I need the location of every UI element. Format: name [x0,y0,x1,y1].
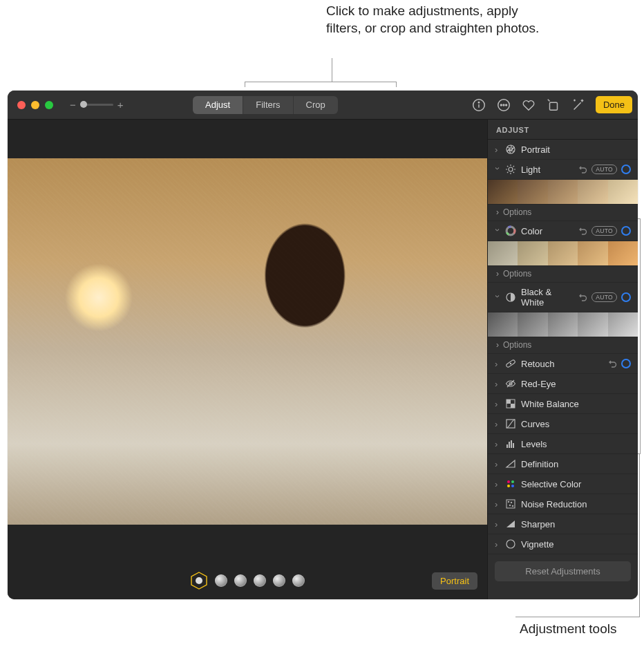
svg-point-43 [511,502,512,503]
adjustment-noise-reduction[interactable]: › Noise Reduction [488,494,638,514]
favorite-heart-icon[interactable] [521,97,536,113]
light-thumb[interactable] [518,180,547,204]
svg-rect-36 [513,443,514,448]
options-label: Options [503,207,531,217]
adjustment-color[interactable]: › Color AUTO [488,221,638,241]
adjustment-sharpen[interactable]: › Sharpen [488,514,638,534]
adjustment-dial-icon[interactable] [621,359,631,368]
photo-preview[interactable] [8,158,487,525]
auto-button[interactable]: AUTO [591,165,617,174]
bw-thumb[interactable] [488,312,518,337]
chevron-right-icon: › [495,419,500,429]
chevron-right-icon: › [496,269,499,279]
bw-options[interactable]: › Options [488,337,638,354]
window-controls [17,101,53,109]
zoom-in-icon[interactable]: + [117,99,124,111]
callout-line [639,453,640,617]
color-thumb[interactable] [548,241,578,265]
info-icon[interactable] [471,97,486,113]
undo-icon[interactable] [579,293,587,301]
lighting-stage-mono-icon[interactable] [273,574,285,587]
adjustment-label: Red-Eye [521,379,631,389]
adjustment-portrait[interactable]: › Portrait [488,140,638,160]
undo-icon[interactable] [609,359,617,368]
color-thumb[interactable] [488,241,518,265]
lighting-stage-icon[interactable] [254,574,266,587]
adjustment-bw[interactable]: › Black & White AUTO [488,283,638,312]
undo-icon[interactable] [579,227,587,235]
adjustment-white-balance[interactable]: › White Balance [488,394,638,414]
lighting-contour-icon[interactable] [234,574,247,587]
options-label: Options [503,340,531,350]
adjustment-dial-icon[interactable] [621,165,631,174]
chevron-right-icon: › [495,359,500,369]
adjustment-curves[interactable]: › Curves [488,414,638,434]
toolbar: − + Adjust Filters Crop Do [8,91,638,120]
light-thumbnail-strip[interactable] [488,180,638,205]
bw-thumbnail-strip[interactable] [488,312,638,337]
color-thumb[interactable] [578,241,607,265]
light-options[interactable]: › Options [488,205,638,221]
adjustment-dial-icon[interactable] [621,292,631,302]
half-circle-icon [505,292,516,303]
close-window-button[interactable] [17,101,26,109]
adjustment-label: Retouch [521,359,604,369]
lighting-natural-icon[interactable] [190,572,208,590]
zoom-out-icon[interactable]: − [70,99,76,111]
light-thumb[interactable] [488,180,518,204]
portrait-mode-button[interactable]: Portrait [432,572,477,590]
auto-button[interactable]: AUTO [591,226,617,236]
adjustment-levels[interactable]: › Levels [488,434,638,454]
auto-enhance-wand-icon[interactable] [571,97,586,113]
auto-button[interactable]: AUTO [591,292,617,302]
svg-point-46 [506,540,515,548]
svg-rect-31 [511,404,515,408]
adjustment-dial-icon[interactable] [621,226,631,236]
zoom-slider[interactable] [80,104,113,106]
light-thumb[interactable] [608,180,638,204]
zoom-controls: − + [70,99,124,111]
svg-rect-41 [506,500,515,508]
more-icon[interactable] [496,97,511,113]
adjustment-label: Sharpen [521,519,631,529]
adjustment-label: Portrait [521,144,631,155]
bw-thumb[interactable] [548,312,578,337]
fullscreen-window-button[interactable] [45,101,53,109]
color-thumb[interactable] [608,241,638,265]
tab-crop[interactable]: Crop [294,96,338,114]
adjustment-light[interactable]: › Light AUTO [488,160,638,180]
adjustment-selective-color[interactable]: › Selective Color [488,474,638,494]
light-thumb[interactable] [548,180,578,204]
bandage-icon [505,358,516,369]
tab-filters[interactable]: Filters [243,96,293,114]
color-thumb[interactable] [518,241,547,265]
light-thumb[interactable] [578,180,607,204]
bw-thumb[interactable] [608,312,638,337]
chevron-down-icon: › [493,294,503,300]
color-options[interactable]: › Options [488,266,638,283]
adjustment-retouch[interactable]: › Retouch [488,354,638,374]
checker-icon [505,398,516,409]
lighting-studio-icon[interactable] [215,574,227,587]
adjustment-label: White Balance [521,399,631,409]
sun-icon [505,164,516,175]
curves-icon [505,418,516,429]
adjustment-redeye[interactable]: › Red-Eye [488,374,638,394]
svg-line-19 [513,166,514,167]
lighting-highkey-mono-icon[interactable] [292,574,305,587]
color-thumbnail-strip[interactable] [488,241,638,266]
svg-rect-30 [506,400,511,404]
svg-point-42 [508,501,509,503]
edit-mode-segmented: Adjust Filters Crop [193,96,338,114]
minimize-window-button[interactable] [31,101,39,109]
done-button[interactable]: Done [596,96,632,113]
adjustment-vignette[interactable]: › Vignette [488,534,638,554]
rotate-icon[interactable] [546,97,561,113]
reset-adjustments-button[interactable]: Reset Adjustments [495,561,631,581]
adjustment-definition[interactable]: › Definition [488,454,638,474]
bw-thumb[interactable] [578,312,607,337]
tab-adjust[interactable]: Adjust [193,96,243,114]
chevron-right-icon: › [496,340,499,350]
bw-thumb[interactable] [518,312,547,337]
undo-icon[interactable] [579,165,587,174]
